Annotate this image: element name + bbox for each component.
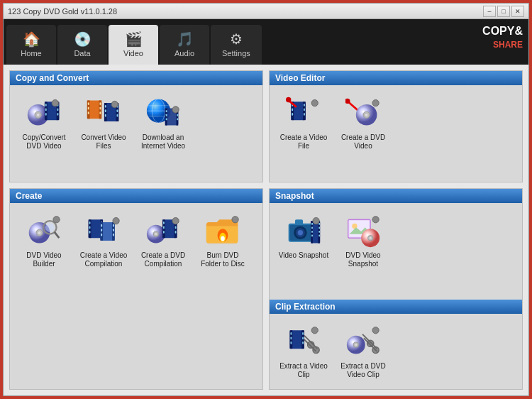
download-internet-video-icon	[145, 95, 181, 131]
svg-rect-142	[302, 341, 304, 344]
video-snapshot-icon	[286, 213, 321, 248]
svg-rect-11	[57, 113, 59, 116]
svg-point-103	[172, 217, 179, 224]
svg-rect-8	[45, 113, 47, 116]
svg-rect-53	[304, 104, 305, 106]
tab-video[interactable]: 🎬 Video	[109, 25, 158, 65]
item-video-snapshot[interactable]: Video Snapshot	[275, 210, 332, 271]
svg-rect-84	[101, 224, 102, 227]
data-icon: 💿	[74, 31, 92, 48]
svg-point-71	[53, 217, 60, 223]
svg-rect-123	[318, 235, 320, 237]
settings-icon: ⚙	[230, 31, 243, 48]
tab-settings-label: Settings	[222, 49, 250, 58]
svg-rect-20	[99, 107, 101, 110]
svg-rect-10	[57, 109, 59, 111]
section-video-editor-header: Video Editor	[270, 71, 522, 85]
svg-rect-21	[99, 111, 101, 114]
maximize-button[interactable]: □	[497, 6, 510, 17]
svg-point-106	[221, 236, 225, 241]
extract-dvd-clip-icon	[345, 324, 381, 359]
item-convert-video-files[interactable]: Convert Video Files	[75, 92, 132, 153]
svg-rect-116	[311, 223, 313, 225]
svg-point-90	[113, 217, 119, 224]
svg-rect-85	[101, 229, 102, 231]
tab-home-label: Home	[21, 49, 41, 58]
tab-home[interactable]: 🏠 Home	[6, 25, 56, 65]
svg-point-63	[365, 114, 368, 116]
svg-rect-76	[89, 226, 91, 229]
item-dvd-video-snapshot[interactable]: DVD Video Snapshot	[335, 210, 392, 271]
item-copy-convert-dvd[interactable]: Copy/Convert DVD Video	[16, 92, 72, 153]
item-burn-dvd-folder[interactable]: Burn DVD Folder to Disc	[194, 210, 251, 271]
svg-rect-98	[163, 226, 165, 229]
video-icon: 🎬	[125, 31, 143, 48]
tab-settings[interactable]: ⚙ Settings	[211, 25, 262, 65]
svg-rect-75	[89, 222, 91, 224]
section-video-editor: Video Editor	[269, 70, 523, 182]
section-video-editor-content: Create a Video File	[270, 85, 522, 160]
svg-point-67	[38, 231, 41, 234]
item-extract-video-clip[interactable]: Extract a Video Clip	[275, 321, 332, 382]
extract-dvd-clip-label: Extract a DVD Video Clip	[338, 362, 389, 379]
brand-logo: COPY&SHARE	[482, 25, 523, 50]
svg-rect-40	[166, 110, 167, 112]
section-create-header: Create	[10, 189, 262, 203]
svg-point-69	[45, 223, 55, 232]
svg-rect-44	[177, 114, 178, 116]
section-clip-extraction-header: Clip Extraction	[270, 300, 522, 314]
svg-line-70	[55, 232, 59, 238]
svg-rect-6	[45, 104, 47, 106]
audio-icon: 🎵	[176, 31, 194, 48]
tab-audio[interactable]: 🎵 Audio	[160, 25, 209, 65]
svg-rect-120	[318, 223, 320, 225]
item-create-dvd-video[interactable]: Create a DVD Video	[335, 92, 392, 153]
svg-rect-118	[311, 231, 313, 233]
window-title: 123 Copy DVD Gold v11.0.1.28	[8, 7, 117, 16]
create-video-file-icon	[286, 95, 321, 131]
dvd-video-snapshot-icon	[345, 213, 381, 248]
section-create-content: DVD Video Builder	[10, 203, 262, 278]
tab-data[interactable]: 💿 Data	[57, 25, 107, 65]
svg-rect-52	[292, 113, 293, 116]
item-download-internet-video[interactable]: Download an Internet Video	[135, 92, 192, 153]
svg-rect-41	[166, 114, 167, 116]
svg-point-58	[311, 99, 318, 106]
svg-rect-139	[290, 341, 292, 344]
create-video-compilation-icon	[86, 213, 121, 248]
svg-rect-99	[163, 231, 165, 234]
svg-rect-140	[302, 332, 304, 335]
svg-rect-45	[177, 118, 178, 120]
svg-point-12	[52, 99, 58, 106]
svg-rect-27	[105, 114, 106, 117]
svg-rect-54	[304, 109, 305, 111]
item-create-dvd-compilation[interactable]: Create a DVD Compilation	[135, 210, 192, 271]
svg-rect-101	[175, 226, 177, 229]
svg-rect-119	[311, 235, 313, 237]
svg-rect-102	[175, 231, 177, 234]
create-dvd-video-icon	[345, 95, 381, 131]
tab-audio-label: Audio	[174, 49, 194, 58]
item-create-video-file[interactable]: Create a Video File	[275, 92, 332, 153]
svg-rect-97	[163, 222, 165, 224]
navigation-bar: 🏠 Home 💿 Data 🎬 Video 🎵 Audio ⚙ Settings…	[4, 19, 528, 65]
svg-point-2	[37, 114, 40, 116]
section-create: Create	[9, 188, 263, 390]
main-window: 123 Copy DVD Gold v11.0.1.28 – □ ✕ 🏠 Hom…	[3, 3, 529, 396]
close-button[interactable]: ✕	[511, 6, 524, 17]
tab-video-label: Video	[123, 49, 143, 58]
convert-video-files-icon	[86, 95, 121, 131]
svg-rect-19	[99, 102, 101, 105]
create-video-compilation-label: Create a Video Compilation	[78, 251, 129, 268]
svg-rect-77	[89, 231, 91, 234]
section-clip-extraction-content: Extract a Video Clip	[270, 314, 522, 389]
svg-rect-26	[105, 109, 106, 112]
item-dvd-video-builder[interactable]: DVD Video Builder	[16, 210, 72, 271]
item-extract-dvd-clip[interactable]: Extract a DVD Video Clip	[335, 321, 392, 382]
svg-rect-17	[88, 107, 89, 110]
svg-point-112	[298, 230, 303, 235]
minimize-button[interactable]: –	[483, 6, 496, 17]
item-create-video-compilation[interactable]: Create a Video Compilation	[75, 210, 132, 271]
svg-point-64	[372, 99, 379, 106]
svg-point-132	[370, 237, 372, 239]
